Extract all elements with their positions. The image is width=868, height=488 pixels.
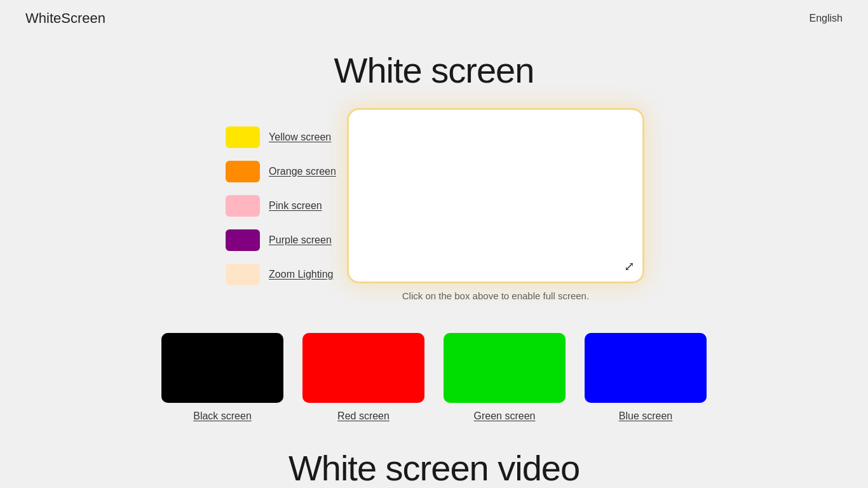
color-card[interactable]: Blue screen — [585, 333, 707, 422]
color-swatch — [226, 161, 260, 182]
sidebar: Yellow screenOrange screenPink screenPur… — [226, 126, 336, 285]
white-screen-preview[interactable]: ⤢ — [349, 110, 642, 281]
sidebar-item-label: Orange screen — [269, 166, 336, 177]
page-title: White screen — [334, 50, 534, 91]
color-card-label: Green screen — [474, 410, 536, 422]
preview-hint: Click on the box above to enable full sc… — [349, 290, 642, 301]
color-card-swatch — [444, 333, 566, 403]
color-swatch — [226, 229, 260, 251]
color-card-label: Blue screen — [619, 410, 673, 422]
color-card-label: Red screen — [337, 410, 390, 422]
fullscreen-icon[interactable]: ⤢ — [624, 259, 635, 274]
sidebar-item[interactable]: Zoom Lighting — [226, 264, 333, 285]
main-content: White screen Yellow screenOrange screenP… — [0, 37, 868, 488]
color-card-swatch — [585, 333, 707, 403]
header: WhiteScreen English — [0, 0, 868, 37]
color-card-swatch — [302, 333, 424, 403]
color-swatch — [226, 195, 260, 217]
sidebar-item[interactable]: Purple screen — [226, 229, 332, 251]
sidebar-item[interactable]: Yellow screen — [226, 126, 331, 148]
color-card-swatch — [161, 333, 283, 403]
color-swatch — [226, 126, 260, 148]
sidebar-item-label: Zoom Lighting — [269, 269, 333, 280]
logo[interactable]: WhiteScreen — [25, 10, 105, 27]
color-grid: Black screenRed screenGreen screenBlue s… — [161, 333, 707, 422]
color-card[interactable]: Black screen — [161, 333, 283, 422]
preview-container: ⤢ Click on the box above to enable full … — [349, 110, 642, 301]
sidebar-item-label: Purple screen — [269, 234, 332, 246]
color-card[interactable]: Green screen — [444, 333, 566, 422]
color-card-label: Black screen — [193, 410, 252, 422]
language-button[interactable]: English — [810, 13, 843, 24]
sidebar-item-label: Pink screen — [269, 200, 322, 212]
sidebar-item[interactable]: Orange screen — [226, 161, 336, 182]
sidebar-item[interactable]: Pink screen — [226, 195, 322, 217]
color-card[interactable]: Red screen — [302, 333, 424, 422]
color-swatch — [226, 264, 260, 285]
bottom-section-title: White screen video — [288, 447, 580, 488]
middle-section: Yellow screenOrange screenPink screenPur… — [116, 110, 752, 301]
sidebar-item-label: Yellow screen — [269, 132, 331, 143]
